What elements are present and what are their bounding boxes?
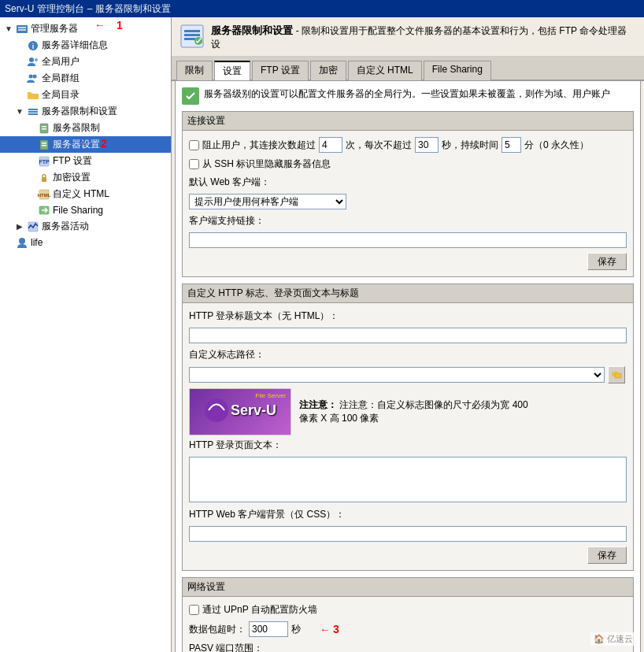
- client-links-label: 客户端支持链接：: [189, 214, 265, 228]
- logo-browse-button[interactable]: [608, 366, 625, 383]
- http-login-textarea-container: [189, 457, 627, 505]
- http-bg-input[interactable]: [189, 526, 627, 542]
- block-user-label3: 秒，持续时间: [442, 139, 498, 152]
- server-settings-label: 服务器设置: [53, 138, 100, 151]
- svg-rect-18: [42, 145, 46, 146]
- svg-rect-21: [42, 177, 46, 182]
- sidebar-item-server-activity[interactable]: ▶ 服务器活动: [0, 218, 171, 235]
- user2-icon: [16, 236, 28, 249]
- svg-rect-11: [28, 111, 38, 113]
- connection-section: 连接设置 阻止用户，其连接次数超过 次，每次不超过 秒，持续时间 分（0 永久性…: [182, 111, 634, 277]
- server-limit-label: 服务器限制: [53, 121, 100, 135]
- logo-notice: 注注意： 注注意：自定义标志图像的尺寸必须为宽 400 像素 X 高 100 像…: [299, 398, 535, 425]
- sidebar-item-global-users[interactable]: ▶ 全局用户: [0, 54, 171, 70]
- servu-logo: File Server Serv-U: [189, 388, 291, 435]
- pasv-range-label: PASV 端口范围：: [189, 642, 263, 652]
- expand-icon: ▼: [3, 24, 14, 35]
- default-client-label: 默认 Web 客户端：: [189, 176, 270, 189]
- block-user-row: 阻止用户，其连接次数超过 次，每次不超过 秒，持续时间 分（0 永久性）: [189, 137, 627, 153]
- sidebar-item-custom-html[interactable]: ▶ HTML 自定义 HTML: [0, 186, 171, 202]
- page-header-title: 服务器限制和设置 - 限制和设置用于配置整个文件服务器的基本设置和行为，包括 F…: [211, 24, 636, 51]
- data-timeout-input[interactable]: [249, 621, 288, 637]
- sidebar-item-life[interactable]: ▶ life: [0, 235, 171, 250]
- annotation-arrow-1: ←: [94, 19, 105, 31]
- svg-point-5: [29, 57, 34, 62]
- check-icon: [182, 87, 199, 105]
- http-bg-label: HTTP Web 客户端背景（仅 CSS）：: [189, 508, 345, 521]
- svg-rect-15: [42, 128, 46, 130]
- connection-save-button[interactable]: 保存: [587, 253, 627, 270]
- sidebar-item-encrypt-settings[interactable]: ▶ 加密设置: [0, 169, 171, 186]
- sidebar-item-file-sharing[interactable]: ▶ File Sharing: [0, 202, 171, 218]
- server-limits-parent-label: 服务器限制和设置: [42, 105, 117, 118]
- sidebar-item-ftp-settings[interactable]: ▶ FTP FTP 设置: [0, 153, 171, 169]
- block-user-checkbox[interactable]: [189, 140, 199, 150]
- svg-text:Serv-U: Serv-U: [231, 402, 276, 418]
- tab-settings[interactable]: 设置: [214, 61, 250, 80]
- svg-text:FTP: FTP: [39, 159, 50, 165]
- client-links-input-row: [189, 232, 627, 248]
- data-timeout-label2: 秒: [291, 623, 301, 636]
- block-user-minutes-input[interactable]: [502, 137, 521, 153]
- limit-icon: [38, 122, 50, 135]
- tab-ftp[interactable]: FTP 设置: [252, 61, 309, 80]
- info-icon: i: [27, 39, 39, 52]
- logo-path-select[interactable]: [189, 367, 605, 383]
- tab-limits[interactable]: 限制: [176, 61, 213, 80]
- custom-http-section: 自定义 HTTP 标志、登录页面文本与标题 HTTP 登录标题文本（无 HTML…: [182, 283, 634, 571]
- sidebar: ▼ 管理服务器 ← 1 ▶ i 服务器详细信息 ▶ 全局用户: [0, 17, 172, 652]
- sidebar-item-global-groups[interactable]: ▶ 全局群组: [0, 70, 171, 87]
- tab-encrypt[interactable]: 加密: [310, 61, 346, 80]
- global-dir-label: 全局目录: [42, 88, 80, 102]
- title-bar: Serv-U 管理控制台 – 服务器限制和设置: [0, 0, 644, 17]
- svg-text:i: i: [32, 43, 35, 50]
- default-client-select[interactable]: 提示用户使用何种客户端Web 客户端FTP 客户端: [189, 194, 346, 209]
- sidebar-item-server-settings[interactable]: ▶ 服务器设置 ← 2: [0, 136, 171, 153]
- expand-placeholder8: ▶: [25, 172, 36, 183]
- svg-rect-12: [28, 113, 38, 115]
- sidebar-item-server-limit[interactable]: ▶ 服务器限制: [0, 120, 171, 136]
- svg-point-6: [35, 58, 38, 61]
- svg-rect-1: [18, 27, 26, 28]
- http-login-textarea[interactable]: [189, 457, 627, 502]
- sidebar-item-server-detail[interactable]: ▶ i 服务器详细信息: [0, 37, 171, 54]
- expand-icon2: ▼: [14, 106, 25, 117]
- main-layout: ▼ 管理服务器 ← 1 ▶ i 服务器详细信息 ▶ 全局用户: [0, 17, 644, 652]
- svg-rect-10: [28, 109, 38, 110]
- manage-server-label: 管理服务器: [31, 22, 78, 35]
- block-user-times-input[interactable]: [319, 137, 342, 153]
- http-login-label: HTTP 登录页面文本：: [189, 439, 282, 452]
- http-bg-input-row: [189, 526, 627, 542]
- settings-icon: [27, 106, 39, 118]
- users-icon: [27, 56, 39, 69]
- server-activity-label: 服务器活动: [42, 220, 89, 233]
- block-user-label1: 阻止用户，其连接次数超过: [202, 139, 316, 152]
- logo-path-input-row: [189, 366, 627, 383]
- global-note: 服务器级别的设置可以配置文件服务器的全局行为。一些设置如果未被覆盖，则作为域、用…: [182, 87, 634, 105]
- expand-placeholder6: ▶: [25, 139, 36, 150]
- upnp-checkbox[interactable]: [189, 605, 199, 615]
- tab-custom-html[interactable]: 自定义 HTML: [348, 61, 422, 80]
- expand-placeholder7: ▶: [25, 156, 36, 167]
- svg-rect-31: [184, 38, 195, 40]
- sidebar-item-server-limits-parent[interactable]: ▼ 服务器限制和设置: [0, 103, 171, 120]
- expand-placeholder2: ▶: [14, 57, 25, 68]
- expand-placeholder10: ▶: [25, 205, 36, 216]
- data-timeout-label1: 数据包超时：: [189, 623, 246, 636]
- client-links-input[interactable]: [189, 232, 627, 248]
- encrypt-settings-label: 加密设置: [53, 171, 91, 184]
- custom-http-save-button[interactable]: 保存: [587, 546, 627, 564]
- sidebar-item-global-dir[interactable]: ▶ 全局目录: [0, 87, 171, 103]
- svg-rect-34: [615, 373, 621, 378]
- block-user-label2: 次，每次不超过: [346, 139, 412, 152]
- login-text-input[interactable]: [189, 328, 627, 343]
- custom-html-label: 自定义 HTML: [53, 187, 109, 201]
- annotation-arrow-3: ←: [320, 624, 330, 635]
- client-links-row: 客户端支持链接：: [189, 214, 627, 228]
- expand-icon3: ▶: [14, 221, 25, 232]
- block-user-seconds-input[interactable]: [415, 137, 439, 153]
- hide-ssh-checkbox[interactable]: [189, 159, 199, 169]
- tab-file-sharing[interactable]: File Sharing: [424, 61, 491, 80]
- default-client-select-row: 提示用户使用何种客户端Web 客户端FTP 客户端: [189, 194, 627, 209]
- sidebar-item-manage-server[interactable]: ▼ 管理服务器 ← 1: [0, 20, 171, 37]
